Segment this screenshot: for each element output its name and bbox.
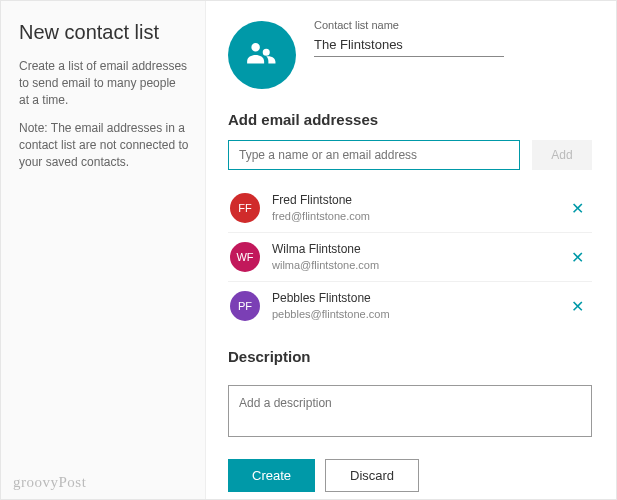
contact-name: Pebbles Flintstone: [272, 291, 565, 307]
contact-initials: FF: [230, 193, 260, 223]
contact-info: Pebbles Flintstonepebbles@flintstone.com: [272, 291, 565, 321]
contact-initials: PF: [230, 291, 260, 321]
contact-name: Fred Flintstone: [272, 193, 565, 209]
main-panel: Contact list name The Flintstones Add em…: [206, 1, 616, 499]
remove-contact-icon[interactable]: ✕: [565, 244, 590, 271]
sidebar-description-1: Create a list of email addresses to send…: [19, 58, 189, 108]
sidebar: New contact list Create a list of email …: [1, 1, 206, 499]
create-button[interactable]: Create: [228, 459, 315, 492]
name-field-label: Contact list name: [314, 19, 592, 31]
contact-list-avatar: [228, 21, 296, 89]
sidebar-description-2: Note: The email addresses in a contact l…: [19, 120, 189, 170]
people-icon: [245, 38, 279, 72]
contact-initials: WF: [230, 242, 260, 272]
contact-info: Wilma Flintstonewilma@flintstone.com: [272, 242, 565, 272]
watermark: groovyPost: [13, 474, 86, 491]
remove-contact-icon[interactable]: ✕: [565, 293, 590, 320]
contact-email: wilma@flintstone.com: [272, 258, 565, 272]
contact-name: Wilma Flintstone: [272, 242, 565, 258]
contact-email: fred@flintstone.com: [272, 209, 565, 223]
description-heading: Description: [228, 348, 592, 365]
contact-row: PFPebbles Flintstonepebbles@flintstone.c…: [228, 282, 592, 330]
add-email-heading: Add email addresses: [228, 111, 592, 128]
contact-row: FFFred Flintstonefred@flintstone.com✕: [228, 184, 592, 233]
contact-row: WFWilma Flintstonewilma@flintstone.com✕: [228, 233, 592, 282]
contact-list-name-input[interactable]: The Flintstones: [314, 33, 504, 57]
discard-button[interactable]: Discard: [325, 459, 419, 492]
add-button[interactable]: Add: [532, 140, 592, 170]
contacts-list: FFFred Flintstonefred@flintstone.com✕WFW…: [228, 184, 592, 330]
email-input[interactable]: [228, 140, 520, 170]
description-input[interactable]: [228, 385, 592, 437]
contact-email: pebbles@flintstone.com: [272, 307, 565, 321]
remove-contact-icon[interactable]: ✕: [565, 195, 590, 222]
contact-info: Fred Flintstonefred@flintstone.com: [272, 193, 565, 223]
page-title: New contact list: [19, 21, 189, 44]
